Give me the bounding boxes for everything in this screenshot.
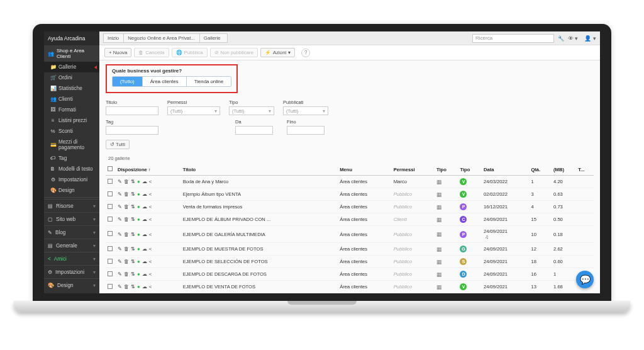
search-input[interactable]: Ricerca [472, 34, 554, 43]
share-icon[interactable]: < [149, 217, 152, 222]
sidebar-section-design[interactable]: 🎨Design▾ [44, 278, 99, 291]
breadcrumb-item[interactable]: Inizio [103, 33, 126, 43]
azioni-button[interactable]: ⚡Azioni▾ [260, 48, 295, 57]
row-checkbox[interactable] [108, 231, 113, 236]
row-checkbox[interactable] [108, 204, 113, 209]
edit-icon[interactable]: ✎ [118, 217, 122, 222]
col-permessi[interactable]: Permessi [392, 164, 435, 176]
trash-icon[interactable]: 🗑 [124, 284, 129, 290]
col-qta[interactable]: Qtà. [529, 164, 552, 176]
col-data[interactable]: Data [482, 164, 529, 176]
cloud-icon[interactable]: ☁ [142, 179, 147, 184]
status-icon[interactable]: ● [137, 204, 140, 210]
filter-tag-input[interactable] [106, 126, 158, 135]
status-icon[interactable]: ● [137, 179, 140, 184]
nuova-button[interactable]: + Nuova [104, 48, 131, 57]
share-icon[interactable]: < [149, 232, 152, 237]
trash-icon[interactable]: 🗑 [124, 204, 129, 210]
sidebar-item-gallerie[interactable]: 📁Gallerie [44, 62, 99, 72]
status-icon[interactable]: ● [137, 284, 140, 290]
sidebar-section-amici[interactable]: <Amici▾ [44, 252, 99, 265]
table-row[interactable]: ✎🗑⇅●☁<EJEMPLO DE ÁLBUM PRIVADO CON ...Ár… [106, 213, 594, 226]
sort-icon[interactable]: ⇅ [131, 179, 135, 184]
trash-icon[interactable]: 🗑 [124, 259, 129, 264]
sort-icon[interactable]: ⇅ [131, 284, 135, 290]
status-icon[interactable]: ● [137, 259, 140, 264]
filter-tipo-select[interactable]: (Tutti) [229, 106, 274, 115]
cloud-icon[interactable]: ☁ [142, 204, 147, 210]
edit-icon[interactable]: ✎ [118, 232, 122, 237]
sort-icon[interactable]: ⇅ [131, 191, 135, 197]
row-checkbox[interactable] [108, 284, 113, 289]
col-menu[interactable]: Menu [338, 164, 392, 176]
sort-icon[interactable]: ⇅ [131, 217, 135, 222]
table-row[interactable]: ✎🗑⇅●☁<Venta de formatos impresosÁrea cli… [106, 201, 594, 213]
status-icon[interactable]: ● [137, 217, 140, 222]
row-checkbox[interactable] [108, 246, 113, 251]
row-checkbox[interactable] [108, 191, 113, 196]
row-checkbox[interactable] [108, 217, 113, 222]
cloud-icon[interactable]: ☁ [142, 232, 147, 237]
wrench-icon[interactable]: 🔧 [558, 35, 564, 42]
edit-icon[interactable]: ✎ [118, 191, 122, 197]
share-icon[interactable]: < [149, 259, 152, 264]
table-row[interactable]: ✎🗑⇅●☁<EJEMPLO DE VENTA DE FOTOSÁrea clie… [106, 281, 594, 293]
col-tipo1[interactable]: Tipo [435, 164, 458, 176]
cloud-icon[interactable]: ☁ [142, 246, 147, 252]
share-icon[interactable]: < [149, 179, 152, 184]
row-checkbox[interactable] [108, 259, 113, 264]
edit-icon[interactable]: ✎ [118, 204, 122, 210]
share-icon[interactable]: < [149, 191, 152, 197]
user-icon[interactable]: 👤 ▾ [584, 35, 596, 42]
table-row[interactable]: ✎🗑⇅●☁<EJEMPLO DE MUESTRA DE FOTOSÁrea cl… [106, 243, 594, 256]
cloud-icon[interactable]: ☁ [142, 191, 147, 197]
trash-icon[interactable]: 🗑 [124, 217, 129, 222]
eye-icon[interactable]: 👁 ▾ [568, 35, 579, 42]
col-disposizione[interactable]: Disposizione ↑ [116, 164, 181, 176]
tutti-button[interactable]: ↺ Tutti [106, 140, 130, 149]
cloud-icon[interactable]: ☁ [142, 259, 147, 264]
col-mb[interactable]: (MB) [552, 164, 576, 176]
sidebar-item-formati[interactable]: 🖼Formati [44, 104, 99, 115]
sidebar-section-blog[interactable]: ✎Blog▾ [44, 225, 99, 239]
table-row[interactable]: ✎🗑⇅●☁<EJEMPLO DE GALERÍA MULTIMEDIAÁrea … [106, 226, 594, 243]
sidebar-item-design[interactable]: 🎨Design [44, 185, 99, 196]
sidebar-item-clienti[interactable]: 👥Clienti [44, 94, 99, 104]
share-icon[interactable]: < [149, 284, 152, 290]
edit-icon[interactable]: ✎ [118, 271, 122, 277]
col-t[interactable]: T... [576, 164, 594, 176]
edit-icon[interactable]: ✎ [118, 284, 122, 290]
table-row[interactable]: ✎🗑⇅●☁<EJEMPLO DE SELECCIÓN DE FOTOSÁrea … [106, 256, 594, 268]
non-pubblicare-button[interactable]: ⊘Non pubblicare [210, 48, 258, 57]
pubblica-button[interactable]: 🌐Pubblica [172, 48, 208, 57]
sidebar-section-generale[interactable]: ▤Generale▾ [44, 239, 99, 252]
filter-da-input[interactable] [235, 126, 273, 135]
seg-area-clientes[interactable]: Área clientes [143, 77, 187, 86]
status-icon[interactable]: ● [137, 246, 140, 252]
status-icon[interactable]: ● [137, 191, 140, 197]
edit-icon[interactable]: ✎ [118, 179, 122, 184]
help-icon[interactable]: ? [301, 48, 310, 57]
edit-icon[interactable]: ✎ [118, 259, 122, 264]
chat-fab[interactable]: 💬 [576, 271, 594, 288]
sort-icon[interactable]: ⇅ [131, 246, 135, 252]
sidebar-item-modelli-di-testo[interactable]: 🗎Modelli di testo [44, 164, 99, 174]
filter-pubblicati-select[interactable]: (Tutti) [283, 106, 328, 115]
table-row[interactable]: ✎🗑⇅●☁<Boda de Ana y MarcoÁrea clientesMa… [106, 176, 594, 188]
col-titolo[interactable]: Titolo [181, 164, 338, 176]
share-icon[interactable]: < [149, 246, 152, 252]
trash-icon[interactable]: 🗑 [124, 271, 129, 277]
sort-icon[interactable]: ⇅ [131, 232, 135, 237]
breadcrumb-item[interactable]: Gallerie [199, 33, 228, 43]
col-tipo2[interactable]: Tipo [458, 164, 482, 176]
edit-icon[interactable]: ✎ [118, 246, 122, 252]
cloud-icon[interactable]: ☁ [142, 217, 147, 222]
status-icon[interactable]: ● [137, 271, 140, 277]
filter-fino-input[interactable] [287, 126, 325, 135]
trash-icon[interactable]: 🗑 [124, 246, 129, 252]
sidebar-section-risorse[interactable]: ▤Risorse▾ [44, 199, 99, 212]
trash-icon[interactable]: 🗑 [124, 179, 129, 184]
status-icon[interactable]: ● [137, 232, 140, 237]
select-all-checkbox[interactable] [108, 166, 113, 171]
share-icon[interactable]: < [149, 271, 152, 277]
